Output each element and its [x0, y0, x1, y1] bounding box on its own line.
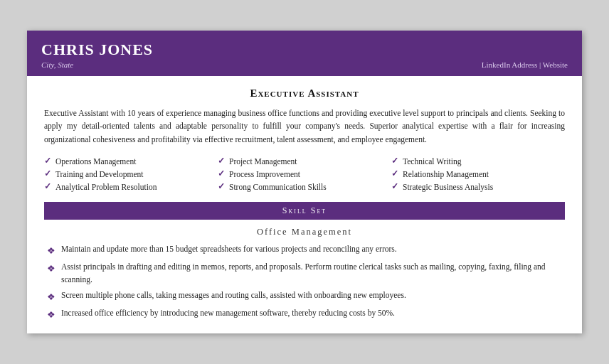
check-icon: ✓ [44, 156, 51, 166]
skill-label: Strong Communication Skills [229, 183, 327, 191]
check-icon: ✓ [391, 168, 398, 179]
skills-grid: ✓ Operations Management ✓ Project Manage… [44, 156, 565, 192]
diamond-icon: ❖ [47, 290, 55, 304]
check-icon: ✓ [218, 156, 225, 166]
office-management-title: Office Management [44, 227, 565, 237]
skill-label: Strategic Business Analysis [403, 183, 493, 191]
resume-body: Executive Assistant Executive Assistant … [27, 76, 582, 333]
bullet-text: Maintain and update more than 15 budget … [61, 243, 562, 256]
skill-label: Training and Development [55, 170, 144, 178]
skill-label: Process Improvement [229, 170, 300, 178]
contact-info: LinkedIn Address | Website [482, 60, 568, 69]
skill-label: Relationship Management [403, 170, 489, 178]
skill-label: Technical Writing [403, 157, 462, 166]
check-icon: ✓ [391, 156, 398, 166]
bullet-text: Increased office efficiency by introduci… [61, 307, 562, 320]
check-icon: ✓ [44, 168, 51, 179]
header-location-row: City, State LinkedIn Address | Website [41, 60, 568, 69]
skill-item: ✓ Operations Management [44, 156, 218, 166]
skill-item: ✓ Strong Communication Skills [218, 181, 391, 192]
list-item: ❖ Screen multiple phone calls, taking me… [47, 289, 562, 304]
office-management-bullets: ❖ Maintain and update more than 15 budge… [44, 243, 565, 322]
resume-document: Chris Jones City, State LinkedIn Address… [27, 31, 582, 333]
city-state: City, State [41, 60, 73, 69]
skill-item: ✓ Technical Writing [391, 156, 565, 166]
diamond-icon: ❖ [47, 244, 55, 258]
check-icon: ✓ [218, 168, 225, 179]
resume-header: Chris Jones City, State LinkedIn Address… [27, 31, 582, 76]
skill-item: ✓ Process Improvement [218, 168, 391, 179]
bullet-text: Assist principals in drafting and editin… [61, 261, 562, 287]
job-title: Executive Assistant [44, 87, 565, 100]
check-icon: ✓ [391, 181, 398, 192]
skill-label: Analytical Problem Resolution [55, 183, 157, 191]
diamond-icon: ❖ [47, 308, 55, 322]
summary-text: Executive Assistant with 10 years of exp… [44, 107, 565, 146]
list-item: ❖ Maintain and update more than 15 budge… [47, 243, 562, 258]
skill-item: ✓ Analytical Problem Resolution [44, 181, 218, 192]
check-icon: ✓ [44, 181, 51, 192]
skill-item: ✓ Project Management [218, 156, 391, 166]
check-icon: ✓ [218, 181, 225, 192]
list-item: ❖ Assist principals in drafting and edit… [47, 261, 562, 287]
diamond-icon: ❖ [47, 262, 55, 276]
skill-label: Operations Management [55, 157, 136, 166]
skill-label: Project Management [229, 157, 297, 166]
skill-item: ✓ Strategic Business Analysis [391, 181, 565, 192]
bullet-text: Screen multiple phone calls, taking mess… [61, 289, 562, 302]
skill-item: ✓ Training and Development [44, 168, 218, 179]
skill-set-header: Skill Set [44, 202, 565, 220]
skill-item: ✓ Relationship Management [391, 168, 565, 179]
list-item: ❖ Increased office efficiency by introdu… [47, 307, 562, 322]
candidate-name: Chris Jones [41, 41, 568, 59]
